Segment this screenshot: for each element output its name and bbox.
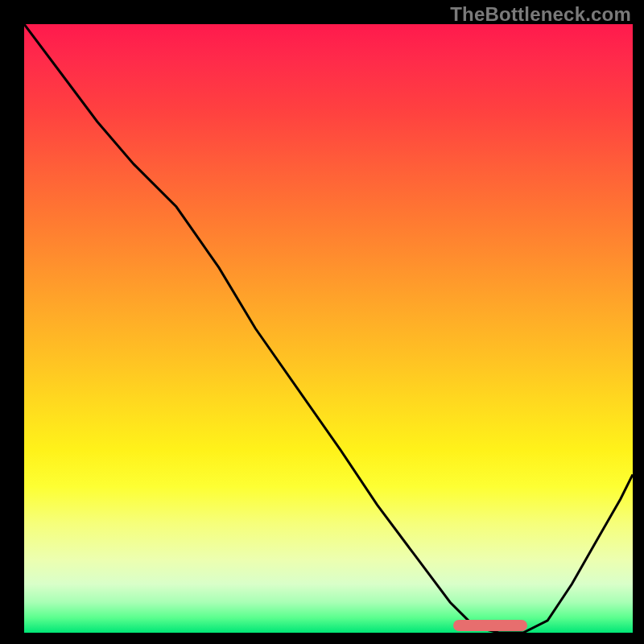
curve-path [24,24,633,633]
bottleneck-curve [24,24,633,633]
chart-frame: TheBottleneck.com [0,0,644,644]
watermark-text: TheBottleneck.com [450,3,631,26]
plot-area [24,24,633,633]
minimum-marker [453,620,527,631]
